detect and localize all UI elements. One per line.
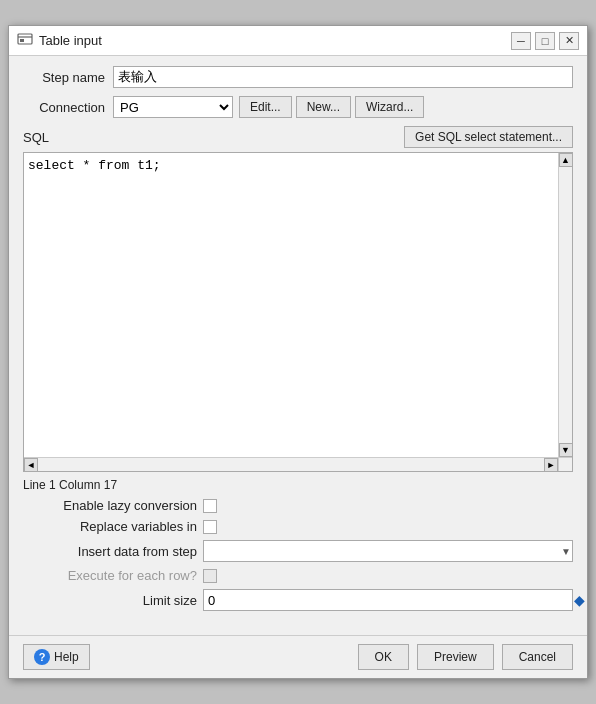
help-label: Help: [54, 650, 79, 664]
scroll-down-arrow[interactable]: ▼: [559, 443, 573, 457]
sql-editor[interactable]: select * from t1;: [24, 153, 558, 457]
scroll-right-arrow[interactable]: ►: [544, 458, 558, 472]
insert-data-label: Insert data from step: [23, 544, 203, 559]
help-button[interactable]: ? Help: [23, 644, 90, 670]
status-bar: Line 1 Column 17: [23, 476, 573, 498]
vertical-scrollbar[interactable]: ▲ ▼: [558, 153, 572, 457]
scroll-up-arrow[interactable]: ▲: [559, 153, 573, 167]
edit-button[interactable]: Edit...: [239, 96, 292, 118]
bottom-bar: ? Help OK Preview Cancel: [9, 635, 587, 678]
get-sql-button[interactable]: Get SQL select statement...: [404, 126, 573, 148]
limit-input-wrapper: ◆: [203, 589, 573, 611]
step-name-label: Step name: [23, 70, 113, 85]
preview-button[interactable]: Preview: [417, 644, 494, 670]
replace-variables-checkbox[interactable]: [203, 520, 217, 534]
execute-each-row-checkbox: [203, 569, 217, 583]
svg-rect-2: [20, 39, 24, 42]
execute-each-row-row: Execute for each row?: [23, 568, 573, 583]
limit-size-label: Limit size: [23, 593, 203, 608]
limit-size-row: Limit size ◆: [23, 589, 573, 611]
cursor-position: Line 1 Column 17: [23, 478, 117, 492]
ok-button[interactable]: OK: [358, 644, 409, 670]
sql-editor-wrapper: select * from t1; ▲ ▼ ◄ ►: [23, 152, 573, 472]
window-icon: [17, 31, 33, 50]
close-button[interactable]: ✕: [559, 32, 579, 50]
table-input-dialog: Table input ─ □ ✕ Step name Connection P…: [8, 25, 588, 679]
window-title: Table input: [39, 33, 511, 48]
new-button[interactable]: New...: [296, 96, 351, 118]
help-icon: ?: [34, 649, 50, 665]
scroll-left-arrow[interactable]: ◄: [24, 458, 38, 472]
lazy-conversion-checkbox[interactable]: [203, 499, 217, 513]
scrollbar-corner: [558, 457, 572, 471]
insert-data-row: Insert data from step ▼: [23, 540, 573, 562]
lazy-conversion-label: Enable lazy conversion: [23, 498, 203, 513]
wizard-button[interactable]: Wizard...: [355, 96, 424, 118]
maximize-button[interactable]: □: [535, 32, 555, 50]
replace-variables-label: Replace variables in: [23, 519, 203, 534]
lazy-conversion-row: Enable lazy conversion: [23, 498, 573, 513]
limit-diamond-icon: ◆: [574, 592, 585, 608]
step-name-input[interactable]: [113, 66, 573, 88]
step-name-row: Step name: [23, 66, 573, 88]
sql-header-row: SQL Get SQL select statement...: [23, 126, 573, 148]
options-section: Enable lazy conversion Replace variables…: [23, 498, 573, 625]
connection-buttons: Edit... New... Wizard...: [239, 96, 424, 118]
connection-row: Connection PG Edit... New... Wizard...: [23, 96, 573, 118]
title-bar: Table input ─ □ ✕: [9, 26, 587, 56]
replace-variables-row: Replace variables in: [23, 519, 573, 534]
execute-each-row-label: Execute for each row?: [23, 568, 203, 583]
window-controls: ─ □ ✕: [511, 32, 579, 50]
limit-size-input[interactable]: [203, 589, 573, 611]
connection-label: Connection: [23, 100, 113, 115]
insert-data-select-wrapper: ▼: [203, 540, 573, 562]
horizontal-scrollbar[interactable]: ◄ ►: [24, 457, 558, 471]
dialog-content: Step name Connection PG Edit... New... W…: [9, 56, 587, 635]
cancel-button[interactable]: Cancel: [502, 644, 573, 670]
connection-select[interactable]: PG: [113, 96, 233, 118]
minimize-button[interactable]: ─: [511, 32, 531, 50]
insert-data-select[interactable]: [203, 540, 573, 562]
sql-label: SQL: [23, 130, 49, 145]
